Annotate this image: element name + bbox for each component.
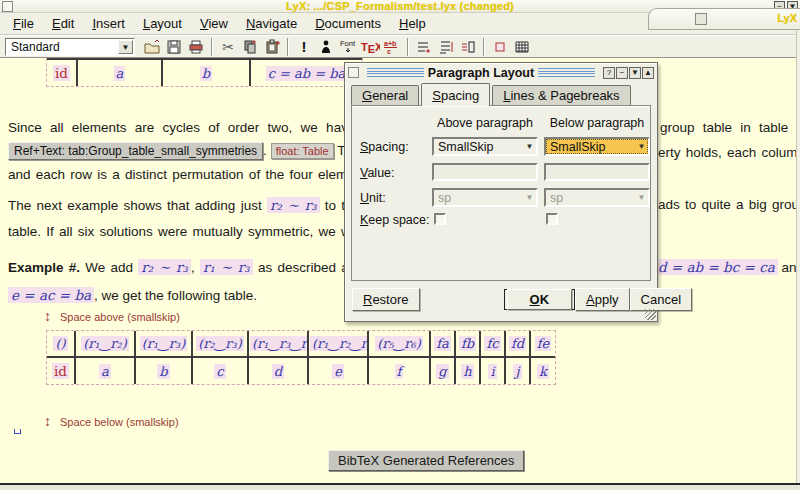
increase-depth-icon[interactable] <box>458 37 478 57</box>
table-cell[interactable]: fc <box>484 336 500 351</box>
table-cell[interactable]: g <box>436 364 448 379</box>
table-cell[interactable]: c <box>214 364 225 379</box>
free-font-icon[interactable]: Font <box>338 37 358 57</box>
keep-space-below-checkbox[interactable] <box>546 213 558 225</box>
table-cell[interactable]: i <box>488 364 496 379</box>
dialog-restore-button[interactable]: ▲ <box>642 67 654 79</box>
menu-documents[interactable]: Documents <box>306 14 390 33</box>
tab-lines-pagebreaks[interactable]: Lines & Pagebreaks <box>492 85 630 105</box>
dialog-titlebar[interactable]: Paragraph Layout ? − ▼ ▲ <box>345 63 657 80</box>
print-icon[interactable] <box>186 37 206 57</box>
paste-icon[interactable] <box>262 37 282 57</box>
combobox-arrow-icon[interactable]: ▼ <box>118 40 133 54</box>
menu-view[interactable]: View <box>191 14 237 33</box>
background-window-titlebar[interactable]: LyX <box>648 8 800 30</box>
math-inset[interactable]: r₁ ∼ r₃ <box>200 259 253 275</box>
table-cell[interactable]: id <box>52 363 69 379</box>
restore-button[interactable]: Restore <box>352 288 420 311</box>
table-cell[interactable]: b <box>157 364 169 379</box>
cut-icon[interactable]: ✂ <box>218 37 238 57</box>
table-cell[interactable]: fd <box>509 336 526 351</box>
spacing-above-combobox[interactable]: SmallSkip ▼ <box>432 137 538 156</box>
apply-button[interactable]: Apply <box>575 288 630 311</box>
table-cell[interactable]: (r₁‿r₃‿r₂) <box>250 336 308 351</box>
inset-frame-icon[interactable] <box>490 37 510 57</box>
window-menu-icon[interactable] <box>2 1 13 12</box>
table-cell[interactable]: f <box>395 364 404 379</box>
paragraph-line: The next example shows that adding just … <box>8 197 388 213</box>
numbered-lines-icon[interactable] <box>414 37 434 57</box>
table-cell[interactable]: e <box>332 364 344 379</box>
table-cell[interactable]: (r₅‿r₆) <box>375 336 422 351</box>
combobox-arrow-icon[interactable]: ▼ <box>523 142 536 151</box>
menu-insert[interactable]: Insert <box>83 14 134 33</box>
vspace-label: Space above (smallskip) <box>60 311 180 323</box>
table-cell[interactable]: k <box>537 364 549 379</box>
table-cell[interactable]: (r₁‿r₃) <box>140 336 187 351</box>
table-cell[interactable]: fa <box>434 336 451 351</box>
math-inset[interactable]: e = ac = ba <box>8 287 94 303</box>
dialog-resize-grip[interactable] <box>645 309 656 320</box>
table-cell[interactable]: a <box>114 66 126 81</box>
math-inset[interactable]: r₂ ∼ r₃ <box>138 259 191 275</box>
dialog-shade-button[interactable]: ▼ <box>629 67 641 79</box>
open-icon[interactable] <box>142 37 162 57</box>
table-cell[interactable]: (r₂‿r₃) <box>196 336 243 351</box>
menu-navigate[interactable]: Navigate <box>237 14 306 33</box>
paragraph-style-combobox[interactable]: Standard ▼ <box>5 38 135 56</box>
math-inset[interactable]: d = ab = bc = ca <box>655 259 778 275</box>
noun-icon[interactable] <box>316 37 336 57</box>
math-inset[interactable]: r₂ ∼ r₃ <box>267 197 320 213</box>
table-cell[interactable]: b <box>200 66 212 81</box>
float-table-inset[interactable]: float: Table <box>271 143 334 159</box>
paragraph-text: , we get the following table. <box>94 288 257 303</box>
paragraph-layout-dialog[interactable]: Paragraph Layout ? − ▼ ▲ General Spacing… <box>344 62 658 322</box>
tab-spacing[interactable]: Spacing <box>421 83 490 106</box>
ok-button[interactable]: OK <box>507 289 573 310</box>
table-cell[interactable]: (r₁‿r₂‿r₃) <box>310 336 368 351</box>
combobox-arrow-icon[interactable]: ▼ <box>635 142 648 151</box>
save-icon[interactable] <box>164 37 184 57</box>
insert-table-icon[interactable] <box>512 37 532 57</box>
dialog-help-button[interactable]: ? <box>603 67 615 79</box>
table-cell[interactable]: fb <box>459 336 476 351</box>
paragraph-line: d = ab = bc = ca and <box>655 259 800 275</box>
toolbar-separator <box>483 38 485 56</box>
table-cell[interactable]: (r₁‿r₂) <box>81 336 128 351</box>
math-mode-icon[interactable]: a+bc <box>382 37 402 57</box>
svg-text:Font: Font <box>340 39 356 48</box>
menu-help[interactable]: Help <box>390 14 435 33</box>
emphasis-icon[interactable]: ! <box>294 37 314 57</box>
value-above-input[interactable] <box>432 163 538 181</box>
cancel-button[interactable]: Cancel <box>630 288 692 311</box>
copy-icon[interactable] <box>240 37 260 57</box>
table-cell[interactable]: fe <box>535 336 552 351</box>
dialog-minimize-button[interactable]: − <box>616 67 628 79</box>
background-window-icon[interactable] <box>695 13 707 25</box>
tex-mode-icon[interactable]: TEX <box>360 37 380 57</box>
bibtex-references-inset[interactable]: BibTeX Generated References <box>328 450 524 471</box>
value-below-input[interactable] <box>544 163 650 181</box>
tab-general[interactable]: General <box>351 85 419 105</box>
menu-layout[interactable]: Layout <box>134 14 191 33</box>
line-spacing-icon[interactable] <box>436 37 456 57</box>
table-cell[interactable]: c = ab = ba <box>266 66 348 81</box>
table-cell[interactable]: d <box>272 364 284 379</box>
menu-edit[interactable]: Edit <box>43 14 83 33</box>
spacing-below-combobox[interactable]: SmallSkip ▼ <box>544 137 650 156</box>
keep-space-above-checkbox[interactable] <box>434 213 446 225</box>
unit-above-combobox: sp ▼ <box>432 188 538 207</box>
reference-inset[interactable]: Ref+Text: tab:Group_table_small_symmetri… <box>8 142 263 160</box>
small-group-table[interactable]: () (r₁‿r₂) (r₅‿r₆) (r₁‿r₂‿r₅‿r₆) id a b … <box>46 58 363 87</box>
menu-file[interactable]: File <box>4 14 43 33</box>
table-cell[interactable]: j <box>513 364 521 379</box>
dialog-menu-icon[interactable] <box>348 67 359 78</box>
paragraph-text: . <box>263 143 267 158</box>
table-cell[interactable]: h <box>461 364 473 379</box>
group-table[interactable]: () (r₁‿r₂) (r₁‿r₃) (r₂‿r₃) (r₁‿r₃‿r₂) (r… <box>46 330 556 385</box>
table-cell[interactable]: () <box>53 336 67 351</box>
vspace-above-marker: ↕Space above (smallskip) <box>44 308 180 324</box>
table-cell[interactable]: a <box>99 364 111 379</box>
table-cell[interactable]: id <box>53 65 70 81</box>
paragraph-text: The next example shows that adding just <box>8 198 262 213</box>
